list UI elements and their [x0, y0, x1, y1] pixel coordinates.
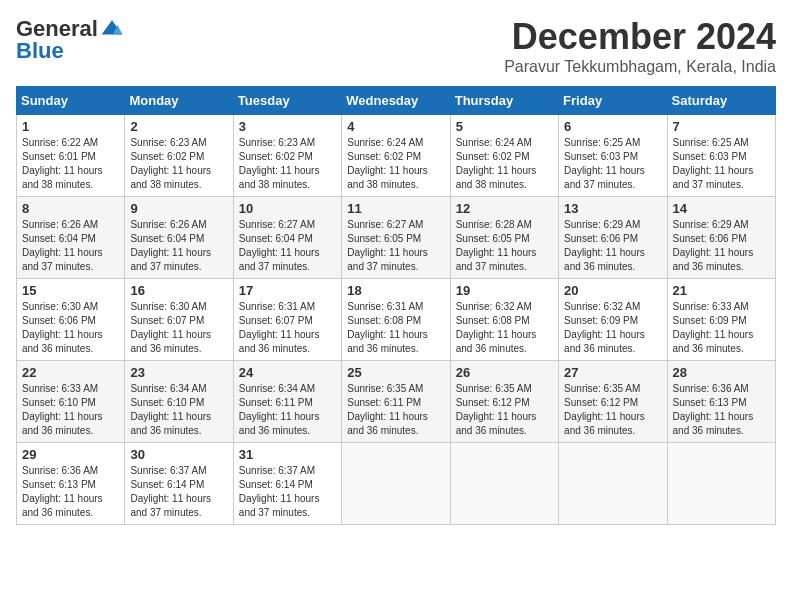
day-info: Sunrise: 6:23 AM Sunset: 6:02 PM Dayligh…: [239, 136, 336, 192]
week-row-1: 1 Sunrise: 6:22 AM Sunset: 6:01 PM Dayli…: [17, 115, 776, 197]
header-saturday: Saturday: [667, 87, 775, 115]
day-cell: 28 Sunrise: 6:36 AM Sunset: 6:13 PM Dayl…: [667, 361, 775, 443]
logo: General Blue: [16, 16, 124, 64]
location: Paravur Tekkumbhagam, Kerala, India: [504, 58, 776, 76]
day-info: Sunrise: 6:31 AM Sunset: 6:08 PM Dayligh…: [347, 300, 444, 356]
day-info: Sunrise: 6:36 AM Sunset: 6:13 PM Dayligh…: [673, 382, 770, 438]
day-number: 23: [130, 365, 227, 380]
day-number: 7: [673, 119, 770, 134]
day-number: 2: [130, 119, 227, 134]
day-info: Sunrise: 6:23 AM Sunset: 6:02 PM Dayligh…: [130, 136, 227, 192]
day-info: Sunrise: 6:24 AM Sunset: 6:02 PM Dayligh…: [347, 136, 444, 192]
day-cell: 13 Sunrise: 6:29 AM Sunset: 6:06 PM Dayl…: [559, 197, 667, 279]
day-info: Sunrise: 6:33 AM Sunset: 6:09 PM Dayligh…: [673, 300, 770, 356]
day-info: Sunrise: 6:22 AM Sunset: 6:01 PM Dayligh…: [22, 136, 119, 192]
logo-icon: [100, 17, 124, 41]
day-info: Sunrise: 6:36 AM Sunset: 6:13 PM Dayligh…: [22, 464, 119, 520]
day-info: Sunrise: 6:35 AM Sunset: 6:12 PM Dayligh…: [456, 382, 553, 438]
header-sunday: Sunday: [17, 87, 125, 115]
day-cell: 19 Sunrise: 6:32 AM Sunset: 6:08 PM Dayl…: [450, 279, 558, 361]
day-info: Sunrise: 6:28 AM Sunset: 6:05 PM Dayligh…: [456, 218, 553, 274]
day-cell: 31 Sunrise: 6:37 AM Sunset: 6:14 PM Dayl…: [233, 443, 341, 525]
day-info: Sunrise: 6:32 AM Sunset: 6:09 PM Dayligh…: [564, 300, 661, 356]
day-info: Sunrise: 6:33 AM Sunset: 6:10 PM Dayligh…: [22, 382, 119, 438]
day-info: Sunrise: 6:25 AM Sunset: 6:03 PM Dayligh…: [673, 136, 770, 192]
day-info: Sunrise: 6:26 AM Sunset: 6:04 PM Dayligh…: [22, 218, 119, 274]
week-row-5: 29 Sunrise: 6:36 AM Sunset: 6:13 PM Dayl…: [17, 443, 776, 525]
day-number: 3: [239, 119, 336, 134]
day-number: 27: [564, 365, 661, 380]
day-number: 19: [456, 283, 553, 298]
day-number: 30: [130, 447, 227, 462]
day-info: Sunrise: 6:30 AM Sunset: 6:07 PM Dayligh…: [130, 300, 227, 356]
header-monday: Monday: [125, 87, 233, 115]
day-info: Sunrise: 6:24 AM Sunset: 6:02 PM Dayligh…: [456, 136, 553, 192]
day-number: 31: [239, 447, 336, 462]
day-number: 12: [456, 201, 553, 216]
day-cell: [342, 443, 450, 525]
day-cell: 12 Sunrise: 6:28 AM Sunset: 6:05 PM Dayl…: [450, 197, 558, 279]
day-cell: 27 Sunrise: 6:35 AM Sunset: 6:12 PM Dayl…: [559, 361, 667, 443]
day-cell: 22 Sunrise: 6:33 AM Sunset: 6:10 PM Dayl…: [17, 361, 125, 443]
day-number: 28: [673, 365, 770, 380]
day-info: Sunrise: 6:25 AM Sunset: 6:03 PM Dayligh…: [564, 136, 661, 192]
day-info: Sunrise: 6:32 AM Sunset: 6:08 PM Dayligh…: [456, 300, 553, 356]
day-cell: 10 Sunrise: 6:27 AM Sunset: 6:04 PM Dayl…: [233, 197, 341, 279]
day-info: Sunrise: 6:35 AM Sunset: 6:11 PM Dayligh…: [347, 382, 444, 438]
day-cell: [450, 443, 558, 525]
day-info: Sunrise: 6:30 AM Sunset: 6:06 PM Dayligh…: [22, 300, 119, 356]
day-info: Sunrise: 6:34 AM Sunset: 6:11 PM Dayligh…: [239, 382, 336, 438]
week-row-3: 15 Sunrise: 6:30 AM Sunset: 6:06 PM Dayl…: [17, 279, 776, 361]
day-info: Sunrise: 6:26 AM Sunset: 6:04 PM Dayligh…: [130, 218, 227, 274]
day-cell: 15 Sunrise: 6:30 AM Sunset: 6:06 PM Dayl…: [17, 279, 125, 361]
day-info: Sunrise: 6:37 AM Sunset: 6:14 PM Dayligh…: [130, 464, 227, 520]
header-thursday: Thursday: [450, 87, 558, 115]
day-cell: 2 Sunrise: 6:23 AM Sunset: 6:02 PM Dayli…: [125, 115, 233, 197]
day-cell: 3 Sunrise: 6:23 AM Sunset: 6:02 PM Dayli…: [233, 115, 341, 197]
day-cell: 20 Sunrise: 6:32 AM Sunset: 6:09 PM Dayl…: [559, 279, 667, 361]
day-number: 6: [564, 119, 661, 134]
day-cell: 25 Sunrise: 6:35 AM Sunset: 6:11 PM Dayl…: [342, 361, 450, 443]
page-header: General Blue December 2024 Paravur Tekku…: [16, 16, 776, 76]
day-cell: 8 Sunrise: 6:26 AM Sunset: 6:04 PM Dayli…: [17, 197, 125, 279]
day-number: 10: [239, 201, 336, 216]
day-cell: [667, 443, 775, 525]
week-row-4: 22 Sunrise: 6:33 AM Sunset: 6:10 PM Dayl…: [17, 361, 776, 443]
logo-blue: Blue: [16, 38, 64, 64]
day-cell: 16 Sunrise: 6:30 AM Sunset: 6:07 PM Dayl…: [125, 279, 233, 361]
header-wednesday: Wednesday: [342, 87, 450, 115]
day-number: 25: [347, 365, 444, 380]
day-info: Sunrise: 6:27 AM Sunset: 6:04 PM Dayligh…: [239, 218, 336, 274]
day-number: 1: [22, 119, 119, 134]
day-number: 17: [239, 283, 336, 298]
day-cell: 4 Sunrise: 6:24 AM Sunset: 6:02 PM Dayli…: [342, 115, 450, 197]
month-title: December 2024: [504, 16, 776, 58]
day-info: Sunrise: 6:34 AM Sunset: 6:10 PM Dayligh…: [130, 382, 227, 438]
day-cell: 30 Sunrise: 6:37 AM Sunset: 6:14 PM Dayl…: [125, 443, 233, 525]
day-number: 22: [22, 365, 119, 380]
day-number: 15: [22, 283, 119, 298]
day-number: 21: [673, 283, 770, 298]
day-info: Sunrise: 6:37 AM Sunset: 6:14 PM Dayligh…: [239, 464, 336, 520]
day-info: Sunrise: 6:35 AM Sunset: 6:12 PM Dayligh…: [564, 382, 661, 438]
day-number: 4: [347, 119, 444, 134]
day-cell: 24 Sunrise: 6:34 AM Sunset: 6:11 PM Dayl…: [233, 361, 341, 443]
day-cell: 29 Sunrise: 6:36 AM Sunset: 6:13 PM Dayl…: [17, 443, 125, 525]
header-row: SundayMondayTuesdayWednesdayThursdayFrid…: [17, 87, 776, 115]
day-number: 20: [564, 283, 661, 298]
day-number: 16: [130, 283, 227, 298]
week-row-2: 8 Sunrise: 6:26 AM Sunset: 6:04 PM Dayli…: [17, 197, 776, 279]
calendar-table: SundayMondayTuesdayWednesdayThursdayFrid…: [16, 86, 776, 525]
day-number: 8: [22, 201, 119, 216]
day-number: 26: [456, 365, 553, 380]
day-cell: 14 Sunrise: 6:29 AM Sunset: 6:06 PM Dayl…: [667, 197, 775, 279]
day-cell: 17 Sunrise: 6:31 AM Sunset: 6:07 PM Dayl…: [233, 279, 341, 361]
day-cell: 18 Sunrise: 6:31 AM Sunset: 6:08 PM Dayl…: [342, 279, 450, 361]
header-friday: Friday: [559, 87, 667, 115]
day-cell: 6 Sunrise: 6:25 AM Sunset: 6:03 PM Dayli…: [559, 115, 667, 197]
day-cell: [559, 443, 667, 525]
day-info: Sunrise: 6:31 AM Sunset: 6:07 PM Dayligh…: [239, 300, 336, 356]
day-number: 14: [673, 201, 770, 216]
day-number: 24: [239, 365, 336, 380]
title-section: December 2024 Paravur Tekkumbhagam, Kera…: [504, 16, 776, 76]
